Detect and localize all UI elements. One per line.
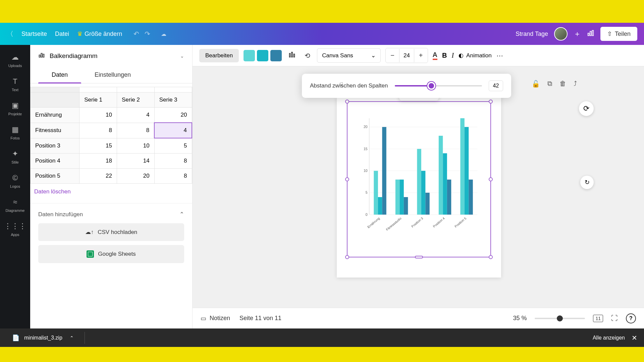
data-cell[interactable]: 10 <box>117 138 154 154</box>
download-item[interactable]: 📄 minimalist_3.zip ⌃ <box>7 331 79 344</box>
data-cell[interactable]: 8 <box>154 154 192 169</box>
notes-button[interactable]: ▭ Notizen <box>201 315 230 322</box>
show-all-downloads[interactable]: Alle anzeigen <box>593 335 625 341</box>
sidebar-item-fotos[interactable]: ▦Fotos <box>0 121 30 145</box>
add-collaborator-button[interactable]: ＋ <box>574 29 581 39</box>
sidebar-item-diagramme[interactable]: ≈Diagramme <box>0 193 30 217</box>
document-title[interactable]: Strand Tage <box>516 31 548 38</box>
data-cell[interactable]: 14 <box>117 154 154 169</box>
spacing-value-input[interactable]: 42 <box>489 80 503 91</box>
sidebar-item-text[interactable]: TText <box>0 72 30 97</box>
more-options-button[interactable]: ⋯ <box>496 52 504 60</box>
font-size-value[interactable]: 24 <box>399 49 414 62</box>
sidebar-item-projekte[interactable]: ▣Projekte <box>0 97 30 121</box>
font-size-increase[interactable]: + <box>414 48 428 63</box>
row-label[interactable]: Fitnessstu <box>31 123 79 138</box>
user-avatar[interactable] <box>554 27 568 41</box>
rotate-handle[interactable]: ↻ <box>580 176 594 189</box>
data-cell[interactable]: 20 <box>154 108 192 123</box>
zoom-slider[interactable] <box>535 318 585 319</box>
resize-handle-bottom[interactable] <box>415 256 423 258</box>
table-corner[interactable] <box>31 93 79 108</box>
bold-button[interactable]: B <box>442 52 447 59</box>
chart-type-selector[interactable]: Balkendiagramm ⌄ <box>30 45 192 67</box>
data-cell[interactable]: 5 <box>154 138 192 154</box>
row-label[interactable]: Position 4 <box>31 154 79 169</box>
uploads-icon: ☁ <box>11 53 19 62</box>
data-cell[interactable]: 22 <box>79 169 117 184</box>
spacing-slider-thumb[interactable] <box>427 82 435 90</box>
grid-view-button[interactable]: 11 <box>593 315 603 322</box>
lock-button[interactable]: 🔓 <box>532 80 540 88</box>
spacing-slider[interactable] <box>395 85 482 86</box>
row-label[interactable]: Position 3 <box>31 138 79 154</box>
resize-handle-ml[interactable] <box>345 177 349 181</box>
sidebar-item-uploads[interactable]: ☁Uploads <box>0 48 30 72</box>
help-button[interactable]: ? <box>626 313 636 323</box>
color-swatch-2[interactable] <box>270 50 282 61</box>
color-swatch-0[interactable] <box>244 50 255 61</box>
add-data-toggle[interactable]: Daten hinzufügen ⌃ <box>38 209 184 223</box>
canvas-area[interactable]: Abstand zwischen den Spalten 42 ☟ 🔓 ⧉ 🗑 <box>193 66 644 308</box>
font-size-decrease[interactable]: − <box>386 48 399 63</box>
bar-spacing-button[interactable] <box>286 49 298 62</box>
insights-button[interactable] <box>587 29 594 39</box>
back-button[interactable]: 〈 <box>7 29 13 39</box>
resize-handle-mr[interactable] <box>489 177 493 181</box>
undo-button[interactable]: ↶ <box>133 30 139 38</box>
sidebar-item-apps[interactable]: ⋮⋮⋮Apps <box>0 217 30 241</box>
resize-handle-bl[interactable] <box>345 255 349 259</box>
google-sheets-button[interactable]: Google Sheets <box>38 245 184 263</box>
data-cell[interactable]: 18 <box>79 154 117 169</box>
tab-settings[interactable]: Einstellungen <box>81 67 144 83</box>
file-menu[interactable]: Datei <box>55 31 69 38</box>
data-cell[interactable]: 20 <box>117 169 154 184</box>
redo-button[interactable]: ↷ <box>145 30 150 38</box>
row-label[interactable]: Position 5 <box>31 169 79 184</box>
delete-page-button[interactable]: 🗑 <box>559 80 566 88</box>
data-cell[interactable]: 4 <box>117 108 154 123</box>
sidebar-item-logos[interactable]: ©Logos <box>0 169 30 193</box>
data-cell[interactable]: 15 <box>79 138 117 154</box>
fullscreen-button[interactable]: ⛶ <box>611 314 618 322</box>
column-header[interactable]: Serie 2 <box>117 93 154 108</box>
zoom-slider-thumb[interactable] <box>557 315 563 321</box>
italic-button[interactable]: I <box>451 52 454 59</box>
refresh-chart-button[interactable]: ⟳ <box>579 101 594 116</box>
column-header[interactable]: Serie 3 <box>154 93 192 108</box>
data-cell[interactable]: 4 <box>154 123 192 138</box>
data-cell[interactable]: 8 <box>154 169 192 184</box>
home-link[interactable]: Startseite <box>21 31 47 38</box>
bar-chart[interactable]: 05101520ErnährungFitnessstudioPosition 3… <box>358 115 480 238</box>
resize-handle-tl[interactable] <box>345 100 349 104</box>
close-download-bar[interactable]: ✕ <box>632 334 637 342</box>
row-label[interactable]: Ernährung <box>31 108 79 123</box>
resize-button[interactable]: ♛ Größe ändern <box>77 30 122 38</box>
column-header[interactable]: Serie 1 <box>79 93 117 108</box>
data-table[interactable]: Serie 1Serie 2Serie 3Ernährung10420Fitne… <box>30 87 192 184</box>
flip-button[interactable]: ⟲ <box>303 50 312 62</box>
resize-handle-br[interactable] <box>489 255 493 259</box>
text-color-button[interactable]: A <box>433 51 437 60</box>
animation-button[interactable]: ◐ Animation <box>459 52 492 59</box>
zoom-level[interactable]: 35 % <box>513 315 527 322</box>
share-button[interactable]: ⇧ Teilen <box>600 27 637 41</box>
data-cell[interactable]: 8 <box>79 123 117 138</box>
data-cell[interactable]: 10 <box>79 108 117 123</box>
data-cell[interactable]: 8 <box>117 123 154 138</box>
svg-rect-33 <box>443 153 447 215</box>
clear-data-link[interactable]: Daten löschen <box>30 184 192 200</box>
font-selector[interactable]: Canva Sans ⌄ <box>317 48 381 63</box>
svg-rect-0 <box>588 33 589 36</box>
edit-button[interactable]: Bearbeiten <box>199 49 239 62</box>
sidebar-item-stile[interactable]: ✦Stile <box>0 145 30 169</box>
export-page-button[interactable]: ⤴ <box>574 80 577 88</box>
duplicate-page-button[interactable]: ⧉ <box>547 80 552 88</box>
color-swatch-1[interactable] <box>257 50 268 61</box>
tab-data[interactable]: Daten <box>38 67 81 83</box>
upload-csv-button[interactable]: ☁↑ CSV hochladen <box>38 223 184 241</box>
canvas-page[interactable]: ⧉ 🗑 ⋯ 05101520ErnährungFitnessstudioPosi… <box>337 97 501 278</box>
sidebar-item-label: Uploads <box>8 64 22 68</box>
icon-sidebar: ☁UploadsTText▣Projekte▦Fotos✦Stile©Logos… <box>0 45 30 328</box>
resize-handle-tr[interactable] <box>489 100 493 104</box>
